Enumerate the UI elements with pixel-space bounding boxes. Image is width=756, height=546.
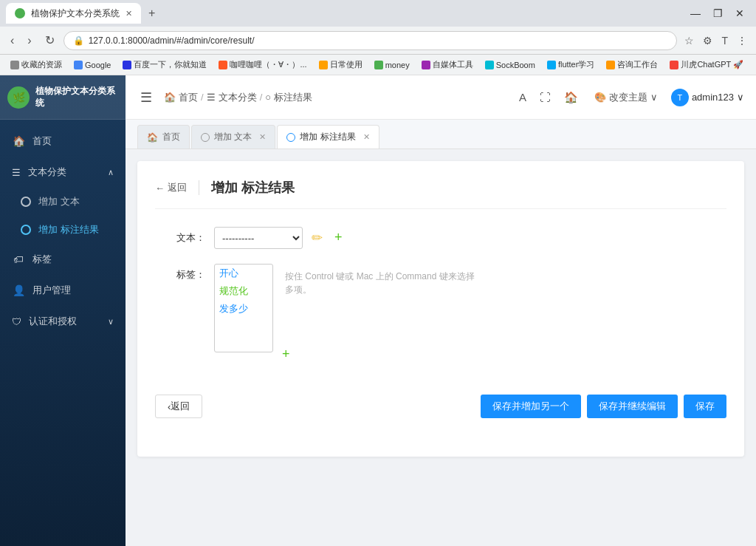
bookmark-favorites[interactable]: 收藏的资源 xyxy=(6,58,66,72)
bookmark-icon xyxy=(319,61,328,69)
bookmark-label: 自媒体工具 xyxy=(433,59,473,70)
sidebar-logo-text: 植物保护文本分类系统 xyxy=(35,86,118,109)
content-card: ← 返回 增加 标注结果 文本： ---------- xyxy=(137,161,744,457)
tag-option-normalize: 规范化 xyxy=(215,282,272,300)
extension-icon[interactable]: ⚙ xyxy=(700,32,715,50)
user-name: admin123 xyxy=(692,92,734,103)
save-button[interactable]: 保存 xyxy=(684,395,726,418)
tab-title: 植物保护文本分类系统 xyxy=(31,7,120,20)
users-icon: 👤 xyxy=(12,284,25,296)
add-text-icon[interactable]: + xyxy=(331,227,346,248)
tab-close-icon[interactable]: ✕ xyxy=(259,132,266,142)
bookmark-daily[interactable]: 日常使用 xyxy=(315,58,367,72)
home-icon: 🏠 xyxy=(12,135,25,147)
bookmark-icon xyxy=(670,61,678,69)
text-classify-icon: ☰ xyxy=(12,167,21,178)
bookmark-label: Google xyxy=(85,61,111,69)
sidebar-group-header-text-classify[interactable]: ☰ 文本分类 ∧ xyxy=(0,157,126,188)
bookmark-flutter[interactable]: flutter学习 xyxy=(543,58,599,72)
reload-button[interactable]: ↻ xyxy=(41,30,59,50)
sidebar-sub-item-add-text[interactable]: 增加 文本 xyxy=(0,188,126,216)
tab-add-annotation[interactable]: 增加 标注结果 ✕ xyxy=(277,125,379,149)
top-bar: ☰ 🏠 首页 / ☰ 文本分类 / ○ 标注结果 A ⛶ 🏠 🎨 xyxy=(126,75,756,120)
more-menu-icon[interactable]: ⋮ xyxy=(734,32,750,50)
text-field-content: ---------- ✏ + xyxy=(214,227,726,249)
tab-close-active-icon[interactable]: ✕ xyxy=(363,132,370,142)
sidebar-item-users[interactable]: 👤 用户管理 xyxy=(0,275,126,306)
profile-icon[interactable]: T xyxy=(718,32,731,50)
save-add-button[interactable]: 保存并增加另一个 xyxy=(481,395,581,418)
auth-icon: 🛡 xyxy=(12,316,21,327)
sidebar-sub-label: 增加 文本 xyxy=(38,195,80,208)
user-menu-button[interactable]: T admin123 ∨ xyxy=(671,89,744,106)
sidebar-item-label: 首页 xyxy=(32,134,52,148)
sidebar-item-home[interactable]: 🏠 首页 xyxy=(0,126,126,157)
breadcrumb-classify-link[interactable]: 文本分类 xyxy=(219,91,257,104)
security-icon: 🔒 xyxy=(73,35,84,46)
browser-body: 🌿 植物保护文本分类系统 🏠 首页 ☰ 文本分类 ∧ 增加 文本 xyxy=(0,75,756,546)
edit-text-icon[interactable]: ✏ xyxy=(309,227,326,249)
browser-window: 植物保护文本分类系统 ✕ + — ❐ ✕ ‹ › ↻ 🔒 127.0.0.1:8… xyxy=(0,0,756,546)
sidebar-logo: 🌿 植物保护文本分类系统 xyxy=(0,75,126,120)
sidebar-item-tags[interactable]: 🏷 标签 xyxy=(0,244,126,275)
fullscreen-icon[interactable]: ⛶ xyxy=(537,88,554,106)
text-select[interactable]: ---------- xyxy=(214,227,303,249)
breadcrumb-home-icon: 🏠 xyxy=(164,92,176,103)
bookmark-chuan[interactable]: 川虎ChatGPT 🚀 xyxy=(665,58,748,72)
user-chevron-icon: ∨ xyxy=(737,92,744,103)
breadcrumb-sep-1: / xyxy=(201,92,204,103)
minimize-button[interactable]: — xyxy=(685,6,706,21)
back-nav-button[interactable]: ‹ xyxy=(6,31,18,50)
bookmark-mimi[interactable]: 咖哩咖哩（・∀・）... xyxy=(214,58,311,72)
sidebar-group-text-classify: ☰ 文本分类 ∧ 增加 文本 增加 标注结果 xyxy=(0,157,126,244)
back-button[interactable]: ‹ 返回 xyxy=(155,395,202,418)
bookmark-icon xyxy=(10,61,19,69)
close-button[interactable]: ✕ xyxy=(729,6,750,21)
breadcrumb-current: 标注结果 xyxy=(274,91,312,104)
bookmark-label: 日常使用 xyxy=(330,59,362,70)
bookmark-money[interactable]: money xyxy=(370,59,414,71)
sidebar-group-header-auth[interactable]: 🛡 认证和授权 ∨ xyxy=(0,306,126,337)
save-add-label: 保存并增加另一个 xyxy=(492,400,569,413)
bookmark-icon xyxy=(485,61,494,69)
address-bar[interactable]: 🔒 127.0.0.1:8000/admin/#/admin/core/resu… xyxy=(63,31,678,50)
browser-tab-active[interactable]: 植物保护文本分类系统 ✕ xyxy=(6,3,141,24)
font-size-icon[interactable]: A xyxy=(516,88,529,106)
bookmark-baidu[interactable]: 百度一下，你就知道 xyxy=(118,58,211,72)
add-tag-icon[interactable]: + xyxy=(279,344,486,365)
top-bar-icons: A ⛶ 🏠 🎨 改变主题 ∨ T admin123 ∨ xyxy=(516,88,744,107)
theme-button[interactable]: 🎨 改变主题 ∨ xyxy=(588,88,664,107)
breadcrumb-circle-icon: ○ xyxy=(265,92,271,103)
url-text: 127.0.0.1:8000/admin/#/admin/core/result… xyxy=(89,35,255,46)
forward-nav-button[interactable]: › xyxy=(23,31,35,50)
tab-circle-active-icon xyxy=(286,133,295,142)
theme-label: 改变主题 xyxy=(609,91,647,104)
tags-select[interactable]: 开心 规范化 发多少 xyxy=(214,264,273,352)
restore-button[interactable]: ❐ xyxy=(707,6,728,21)
new-tab-button[interactable]: + xyxy=(145,4,158,23)
chevron-down-icon: ∨ xyxy=(108,317,114,327)
form-row-text: 文本： ---------- ✏ + xyxy=(155,227,726,249)
bookmark-media[interactable]: 自媒体工具 xyxy=(417,58,478,72)
divider xyxy=(199,180,199,195)
bookmark-sock[interactable]: SockBoom xyxy=(481,59,540,71)
close-tab-icon[interactable]: ✕ xyxy=(126,9,132,18)
tags-field-content: 开心 规范化 发多少 按住 Control 键或 Mac 上的 Command … xyxy=(214,264,726,365)
bookmark-consult[interactable]: 咨询工作台 xyxy=(602,58,662,72)
tab-favicon xyxy=(15,8,25,18)
bookmark-google[interactable]: Google xyxy=(69,59,115,71)
bookmark-star-icon[interactable]: ☆ xyxy=(681,32,697,50)
breadcrumb-home-link[interactable]: 首页 xyxy=(179,91,198,104)
theme-chevron-icon: ∨ xyxy=(650,92,658,103)
bookmark-label: 川虎ChatGPT 🚀 xyxy=(681,59,743,70)
back-header-button[interactable]: ← 返回 xyxy=(155,181,187,194)
sidebar-sub-item-add-annotation[interactable]: 增加 标注结果 xyxy=(0,216,126,244)
home-quick-icon[interactable]: 🏠 xyxy=(561,88,581,107)
bookmark-label: flutter学习 xyxy=(558,59,595,70)
save-edit-button[interactable]: 保存并继续编辑 xyxy=(587,395,678,418)
menu-toggle-button[interactable]: ☰ xyxy=(137,86,155,109)
bookmark-label: 百度一下，你就知道 xyxy=(134,59,207,70)
tab-home[interactable]: 🏠 首页 xyxy=(137,125,190,149)
action-right: 保存并增加另一个 保存并继续编辑 保存 xyxy=(481,395,726,418)
tab-add-text[interactable]: 增加 文本 ✕ xyxy=(191,125,275,149)
